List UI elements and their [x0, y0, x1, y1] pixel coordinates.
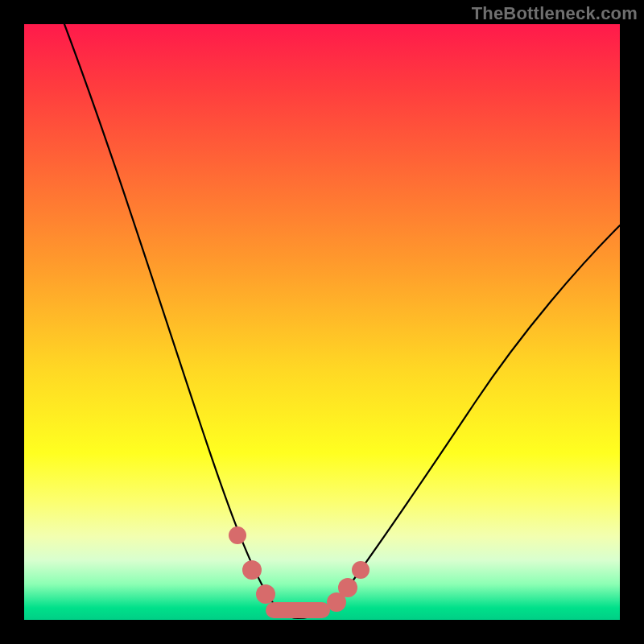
marker-dot: [256, 584, 275, 604]
watermark-text: TheBottleneck.com: [472, 3, 638, 24]
chart-stage: TheBottleneck.com: [0, 0, 644, 644]
marker-dot: [242, 560, 262, 580]
bottleneck-curve: [64, 24, 620, 618]
marker-dot: [338, 578, 357, 597]
plot-area: [24, 24, 620, 620]
marker-group: [229, 526, 369, 612]
marker-dot: [352, 561, 369, 579]
curve-layer: [24, 24, 620, 620]
marker-dot: [229, 526, 246, 544]
